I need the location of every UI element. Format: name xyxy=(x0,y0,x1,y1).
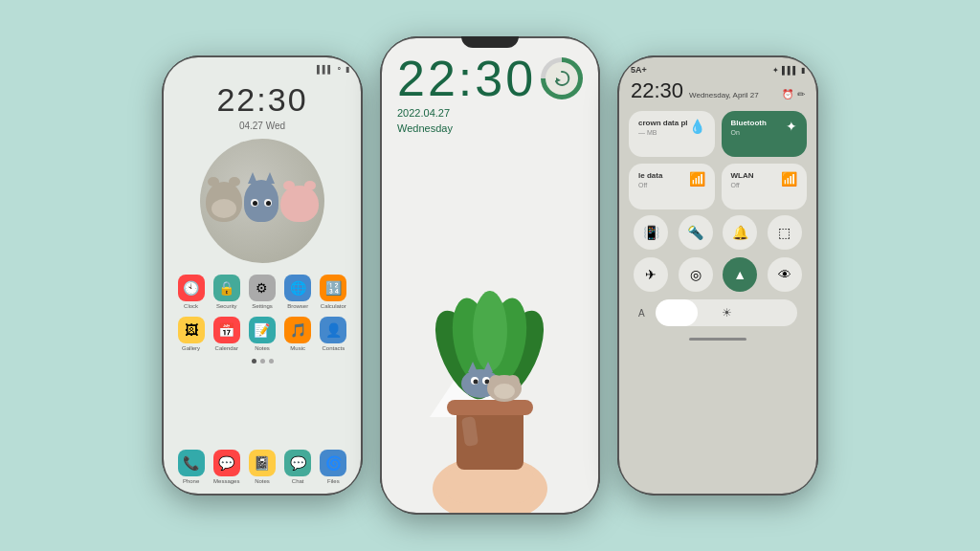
battery-status: ▮ xyxy=(801,66,805,75)
cc-icon-row-1: 📳 🔦 🔔 ⬚ xyxy=(619,209,816,255)
pink-bear-animal xyxy=(280,186,319,222)
signal-icon-tile: 📶 xyxy=(689,171,705,187)
app-notepad[interactable]: 📓 Notes xyxy=(249,450,276,484)
dot-1 xyxy=(252,359,256,364)
contacts-label: Contacts xyxy=(323,345,345,351)
app-browser[interactable]: 🌐 Browser xyxy=(284,275,311,309)
home-indicator xyxy=(689,338,746,341)
security-label: Security xyxy=(216,303,237,309)
clock-time: 22:30 xyxy=(164,81,361,119)
plant-illustration xyxy=(382,134,598,513)
lock-date-1: 2022.04.27 xyxy=(397,107,583,119)
page-dots xyxy=(164,359,361,364)
brightness-bar[interactable]: ☀ xyxy=(656,299,797,326)
notepad-label: Notes xyxy=(255,478,270,484)
focus-btn[interactable]: ◎ xyxy=(679,257,713,292)
wifi-icon-tile: 📶 xyxy=(781,171,797,187)
progress-circle xyxy=(541,57,583,99)
app-files[interactable]: 🌀 Files xyxy=(320,450,346,484)
svg-rect-4 xyxy=(444,465,536,503)
phone-lock-screen: 22:30 2022.04.27 Wednesday xyxy=(380,36,600,515)
gallery-label: Gallery xyxy=(182,345,200,351)
brightness-fill xyxy=(656,299,698,326)
carrier-text: 5A+ xyxy=(631,65,647,75)
notes-icon: 📝 xyxy=(249,317,276,343)
flashlight-btn[interactable]: 🔦 xyxy=(679,215,713,250)
app-chat[interactable]: 💬 Chat xyxy=(284,450,311,484)
cc-header-icons: ⏰ ✏ xyxy=(782,89,805,99)
calculator-label: Calculator xyxy=(321,303,346,309)
animal-group xyxy=(206,180,319,222)
home-screen: ▌▌▌ ⚬ ▮ 22:30 04.27 Wed xyxy=(164,57,361,494)
app-phone[interactable]: 📞 Phone xyxy=(178,450,205,484)
music-label: Music xyxy=(290,345,305,351)
cat-eyes xyxy=(251,199,272,207)
files-icon: 🌀 xyxy=(320,450,346,476)
wifi-icon: ⚬ xyxy=(336,65,343,74)
control-grid: 💧 crown data pl — MB ✦ Bluetooth On 📶 le… xyxy=(619,111,816,209)
notes-label: Notes xyxy=(255,345,270,351)
plant-svg xyxy=(382,207,598,513)
signal-icon: ▌▌▌ xyxy=(317,65,333,74)
cc-clock-row: 22:30 Wednesday, April 27 ⏰ ✏ xyxy=(619,77,816,111)
brightness-control: A ☀ xyxy=(629,294,807,332)
svg-point-23 xyxy=(494,384,515,399)
control-center-screen: 5A+ ✦ ▌▌▌ ▮ 22:30 Wednesday, April 27 ⏰ … xyxy=(619,57,816,494)
dot-3 xyxy=(269,359,274,364)
water-drop-icon: 💧 xyxy=(689,119,705,134)
edit-icon: ✏ xyxy=(797,89,805,99)
app-gallery[interactable]: 🖼 Gallery xyxy=(178,317,205,351)
lock-clock: 22:30 04.27 Wed xyxy=(164,81,361,131)
browser-icon: 🌐 xyxy=(284,275,311,301)
refresh-icon xyxy=(552,69,571,88)
eye-btn[interactable]: 👁 xyxy=(768,257,802,292)
bluetooth-icon: ✦ xyxy=(786,119,797,134)
cc-icon-row-2: ✈ ◎ ▲ 👁 xyxy=(619,255,816,294)
progress-icon-inner xyxy=(546,62,578,95)
clock-icon: 🕙 xyxy=(178,275,205,301)
app-row-1: 🕙 Clock 🔒 Security ⚙ Settings 🌐 Browser … xyxy=(164,271,361,313)
bt-status-icon: ✦ xyxy=(772,66,779,75)
svg-rect-6 xyxy=(447,400,533,415)
app-settings[interactable]: ⚙ Settings xyxy=(249,275,276,309)
browser-label: Browser xyxy=(287,303,308,309)
screen-mirror-btn[interactable]: ⬚ xyxy=(768,215,802,250)
status-bar-1: ▌▌▌ ⚬ ▮ xyxy=(164,57,361,74)
settings-label: Settings xyxy=(252,303,273,309)
bell-btn[interactable]: 🔔 xyxy=(723,215,757,250)
phone-control-center: 5A+ ✦ ▌▌▌ ▮ 22:30 Wednesday, April 27 ⏰ … xyxy=(617,55,818,496)
calendar-icon: 📅 xyxy=(213,317,240,343)
cat-animal xyxy=(244,180,278,222)
data-tile[interactable]: 💧 crown data pl — MB xyxy=(629,111,715,157)
app-notes[interactable]: 📝 Notes xyxy=(249,317,276,351)
vibrate-btn[interactable]: 📳 xyxy=(634,215,668,250)
phone-icon: 📞 xyxy=(178,450,205,476)
app-music[interactable]: 🎵 Music xyxy=(284,317,311,351)
mobile-data-tile[interactable]: 📶 le data Off xyxy=(629,164,715,209)
app-security[interactable]: 🔒 Security xyxy=(213,275,240,309)
phone-home-screen: ▌▌▌ ⚬ ▮ 22:30 04.27 Wed xyxy=(162,55,363,496)
brightness-label: A xyxy=(638,308,648,319)
svg-marker-0 xyxy=(556,77,561,82)
calendar-label: Calendar xyxy=(215,345,238,351)
app-contacts[interactable]: 👤 Contacts xyxy=(320,317,346,351)
dock-row: 📞 Phone 💬 Messages 📓 Notes 💬 Chat 🌀 xyxy=(164,446,361,494)
airplane-btn[interactable]: ✈ xyxy=(634,257,668,292)
notch xyxy=(461,36,519,48)
wlan-tile[interactable]: 📶 WLAN Off xyxy=(722,164,808,209)
bluetooth-tile[interactable]: ✦ Bluetooth On xyxy=(722,111,808,157)
svg-point-18 xyxy=(474,380,479,385)
app-messages[interactable]: 💬 Messages xyxy=(213,450,240,484)
app-calendar[interactable]: 📅 Calendar xyxy=(213,317,240,351)
app-calculator[interactable]: 🔢 Calculator xyxy=(320,275,346,309)
location-btn[interactable]: ▲ xyxy=(723,257,757,292)
battery-icon: ▮ xyxy=(345,65,349,74)
bear-face xyxy=(212,199,236,218)
gallery-icon: 🖼 xyxy=(178,317,205,343)
status-bar-3: 5A+ ✦ ▌▌▌ ▮ xyxy=(619,57,816,77)
app-clock[interactable]: 🕙 Clock xyxy=(178,275,205,309)
svg-point-12 xyxy=(473,291,507,371)
music-icon: 🎵 xyxy=(284,317,311,343)
clock-label: Clock xyxy=(184,303,198,309)
sun-icon: ☀ xyxy=(722,306,732,320)
